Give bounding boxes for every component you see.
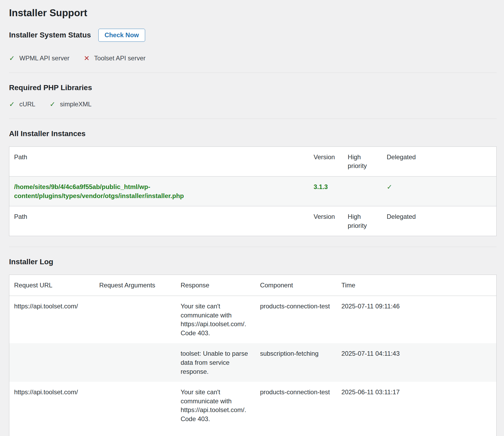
installer-support-page: Installer Support Installer System Statu… — [9, 7, 497, 436]
check-icon: ✓ — [50, 101, 56, 108]
php-libraries-heading: Required PHP Libraries — [9, 83, 497, 92]
installer-log-table: Request URL Request Arguments Response C… — [9, 275, 497, 436]
log-component: products-connection-test — [255, 382, 337, 436]
log-request-url — [9, 343, 95, 382]
php-libraries-list: ✓ cURL ✓ simpleXML — [9, 100, 497, 108]
column-header-path: Path — [9, 146, 309, 176]
log-row: https://api.toolset.com/ Your site can't… — [9, 296, 497, 343]
status-item-simplexml: ✓ simpleXML — [50, 100, 92, 108]
check-now-button[interactable]: Check Now — [98, 29, 145, 42]
log-time: 2025-06-11 03:11:17 — [337, 382, 496, 436]
log-response: toolset: Unable to parse data from servi… — [176, 343, 255, 382]
log-component: subscription-fetching — [255, 343, 337, 382]
status-label: cURL — [19, 100, 35, 108]
installer-instances-table: Path Version High priority Delegated /ho… — [9, 146, 497, 236]
check-icon: ✓ — [9, 101, 15, 108]
log-request-arguments — [94, 382, 176, 436]
status-item-curl: ✓ cURL — [9, 100, 35, 108]
status-item-toolset-api-server: ✕ Toolset API server — [84, 54, 145, 62]
api-status-list: ✓ WPML API server ✕ Toolset API server — [9, 54, 497, 62]
instance-high-priority — [343, 176, 382, 206]
log-row: toolset: Unable to parse data from servi… — [9, 343, 497, 382]
instance-path: /home/sites/9b/4/4c6a9f55ab/public_html/… — [9, 176, 309, 206]
section-divider — [9, 247, 497, 247]
log-time: 2025-07-11 09:11:46 — [337, 296, 496, 343]
column-header-request-arguments: Request Arguments — [94, 275, 176, 296]
instance-row: /home/sites/9b/4/4c6a9f55ab/public_html/… — [9, 176, 497, 206]
check-icon: ✓ — [387, 183, 392, 191]
status-label: WPML API server — [19, 54, 69, 62]
section-divider — [9, 73, 497, 73]
log-row: https://api.toolset.com/ Your site can't… — [9, 382, 497, 436]
page-title: Installer Support — [9, 7, 497, 19]
column-header-response: Response — [176, 275, 255, 296]
column-header-component: Component — [255, 275, 337, 296]
instances-footer-row: Path Version High priority Delegated — [9, 206, 497, 236]
log-header-row: Request URL Request Arguments Response C… — [9, 275, 497, 296]
column-header-high-priority: High priority — [343, 146, 382, 176]
column-header-time: Time — [337, 275, 496, 296]
php-libraries-section: Required PHP Libraries ✓ cURL ✓ simpleXM… — [9, 83, 497, 108]
system-status-header: Installer System Status Check Now — [9, 29, 497, 42]
system-status-heading: Installer System Status — [9, 31, 91, 39]
installer-instances-heading: All Installer Instances — [9, 129, 497, 138]
section-divider — [9, 119, 497, 119]
column-footer-path: Path — [9, 206, 309, 236]
installer-log-heading: Installer Log — [9, 258, 497, 266]
instances-header-row: Path Version High priority Delegated — [9, 146, 497, 176]
status-item-wpml-api-server: ✓ WPML API server — [9, 54, 69, 62]
x-icon: ✕ — [84, 55, 90, 62]
instance-delegated: ✓ — [382, 176, 497, 206]
log-request-arguments — [94, 296, 176, 343]
check-icon: ✓ — [9, 55, 15, 62]
column-header-version: Version — [309, 146, 343, 176]
instance-version: 3.1.3 — [309, 176, 343, 206]
installer-log-section: Installer Log Request URL Request Argume… — [9, 258, 497, 436]
column-header-delegated: Delegated — [382, 146, 497, 176]
log-request-url: https://api.toolset.com/ — [9, 296, 95, 343]
column-header-request-url: Request URL — [9, 275, 95, 296]
log-component: products-connection-test — [255, 296, 337, 343]
status-label: Toolset API server — [94, 54, 145, 62]
log-time: 2025-07-11 04:11:43 — [337, 343, 496, 382]
status-label: simpleXML — [60, 100, 92, 108]
log-request-arguments — [94, 343, 176, 382]
column-footer-high-priority: High priority — [343, 206, 382, 236]
installer-instances-section: All Installer Instances Path Version Hig… — [9, 129, 497, 236]
log-response: Your site can't communicate with https:/… — [176, 296, 255, 343]
log-request-url: https://api.toolset.com/ — [9, 382, 95, 436]
log-response: Your site can't communicate with https:/… — [176, 382, 255, 436]
system-status-section: Installer System Status Check Now ✓ WPML… — [9, 29, 497, 62]
column-footer-version: Version — [309, 206, 343, 236]
column-footer-delegated: Delegated — [382, 206, 497, 236]
